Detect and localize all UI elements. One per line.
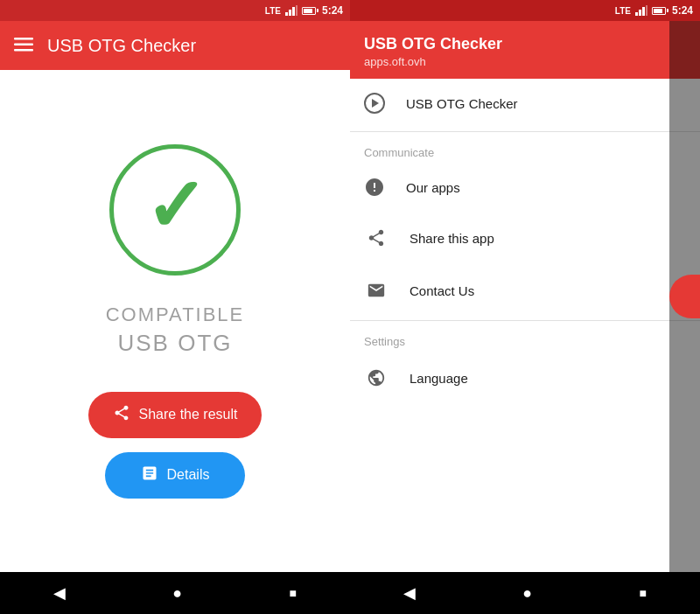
right-lte-indicator: LTE — [615, 6, 631, 16]
exclamation-icon — [364, 177, 385, 198]
drawer-subtitle: apps.oft.ovh — [364, 55, 686, 68]
status-icons: LTE 5:24 — [265, 4, 343, 17]
left-nav-bar: ◀ ● ■ — [0, 572, 350, 614]
drawer-item-share-app[interactable]: Share this app — [350, 212, 700, 264]
details-icon — [141, 464, 158, 486]
right-nav-bar: ◀ ● ■ — [350, 572, 700, 614]
drawer-item-our-apps[interactable]: Our apps — [350, 163, 700, 212]
details-button-label: Details — [167, 467, 210, 483]
right-status-icons: LTE 5:24 — [615, 4, 693, 17]
lte-indicator: LTE — [265, 6, 281, 16]
usb-otg-label: USB OTG — [117, 330, 232, 357]
svg-rect-3 — [296, 5, 298, 16]
right-signal-icon — [635, 5, 648, 16]
toolbar-title: USB OTG Checker — [47, 36, 196, 56]
play-icon — [364, 93, 385, 114]
left-toolbar: USB OTG Checker — [0, 21, 350, 70]
svg-rect-5 — [14, 43, 33, 45]
drawer-item-contact[interactable]: Contact Us — [350, 264, 700, 317]
right-panel: LTE 5:24 USB OTG Checker apps.oft.ovh US… — [350, 0, 700, 614]
main-content: ✓ COMPATIBLE USB OTG Share the result De… — [0, 70, 350, 572]
share-app-label: Share this app — [410, 231, 494, 246]
right-home-button[interactable]: ● — [522, 584, 532, 603]
right-battery-icon — [652, 7, 666, 15]
share-app-icon — [364, 226, 388, 250]
svg-rect-4 — [14, 38, 33, 40]
drawer-scrim — [669, 21, 700, 572]
share-button-label: Share the result — [139, 407, 238, 422]
drawer-usb-otg-label: USB OTG Checker — [406, 96, 518, 111]
left-panel: LTE 5:24 USB OTG Checker ✓ — [0, 0, 350, 614]
share-result-button[interactable]: Share the result — [88, 392, 262, 438]
drawer-item-usb-otg-checker[interactable]: USB OTG Checker — [350, 79, 700, 128]
right-back-button[interactable]: ◀ — [403, 583, 416, 603]
svg-rect-2 — [292, 7, 295, 16]
home-button[interactable]: ● — [172, 584, 182, 603]
back-button[interactable]: ◀ — [53, 583, 66, 603]
drawer-body: USB OTG Checker Communicate Our apps Sha… — [350, 79, 700, 572]
globe-icon — [364, 366, 388, 390]
svg-rect-8 — [639, 10, 641, 16]
settings-section-header: Settings — [350, 324, 700, 352]
left-status-bar: LTE 5:24 — [0, 0, 350, 21]
signal-icon — [285, 5, 298, 16]
compatible-label: COMPATIBLE — [106, 304, 245, 326]
details-button[interactable]: Details — [105, 452, 245, 499]
svg-rect-9 — [642, 7, 645, 16]
our-apps-label: Our apps — [406, 180, 460, 195]
checkmark-icon: ✓ — [144, 169, 206, 243]
recents-button[interactable]: ■ — [289, 586, 296, 600]
svg-rect-0 — [285, 12, 288, 16]
svg-rect-7 — [635, 12, 638, 16]
drawer-item-language[interactable]: Language — [350, 352, 700, 404]
menu-icon[interactable] — [14, 36, 33, 56]
divider-1 — [350, 131, 700, 132]
svg-rect-6 — [14, 49, 33, 52]
drawer-title: USB OTG Checker — [364, 35, 686, 53]
contact-us-label: Contact Us — [410, 283, 474, 298]
share-button-peek — [669, 275, 700, 318]
share-icon — [113, 404, 130, 426]
battery-icon — [302, 7, 316, 15]
time-display: 5:24 — [322, 4, 343, 17]
communicate-section-header: Communicate — [350, 136, 700, 163]
compatible-indicator: ✓ — [109, 144, 241, 276]
right-recents-button[interactable]: ■ — [639, 586, 646, 600]
drawer-header: USB OTG Checker apps.oft.ovh — [350, 21, 700, 79]
svg-rect-1 — [289, 10, 291, 16]
right-status-bar: LTE 5:24 — [350, 0, 700, 21]
right-time-display: 5:24 — [672, 4, 693, 17]
svg-rect-10 — [646, 5, 648, 16]
language-label: Language — [410, 371, 468, 386]
envelope-icon — [364, 278, 388, 303]
divider-2 — [350, 320, 700, 321]
